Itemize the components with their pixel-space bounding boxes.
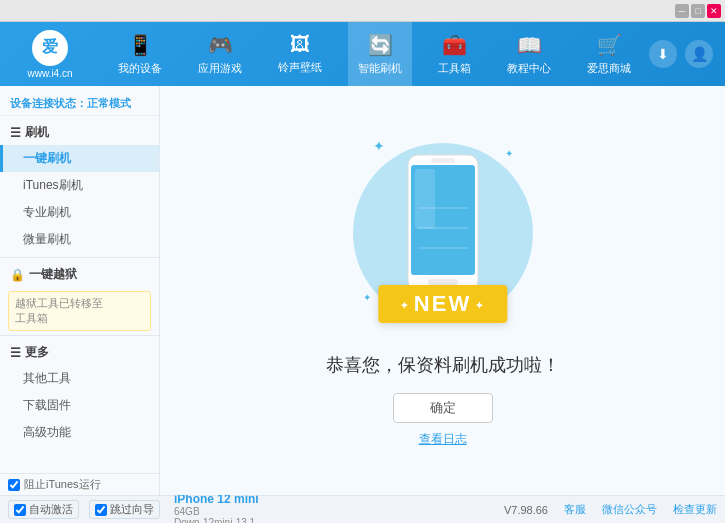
auto-activate-label: 自动激活 [29, 502, 73, 517]
nav-my-device[interactable]: 📱 我的设备 [108, 22, 172, 86]
sidebar-item-advanced[interactable]: 高级功能 [0, 419, 159, 446]
status-value: 正常模式 [87, 97, 131, 109]
phone-illustration: ✦ ✦ ✦ NEW [343, 133, 543, 333]
sidebar-item-one-click-flash[interactable]: 一键刷机 [0, 145, 159, 172]
apps-icon: 🎮 [208, 33, 233, 57]
nav-smart-flash-label: 智能刷机 [358, 61, 402, 76]
logo-icon: 爱 [32, 30, 68, 66]
maximize-button[interactable]: □ [691, 4, 705, 18]
new-badge: NEW [378, 285, 507, 323]
status-label: 设备连接状态： [10, 97, 87, 109]
skip-wizard-input[interactable] [95, 504, 107, 516]
nav-apps-label: 应用游戏 [198, 61, 242, 76]
tutorial-icon: 📖 [517, 33, 542, 57]
flash-section-title: ☰ 刷机 [0, 120, 159, 145]
nav-wallpaper[interactable]: 🖼 铃声壁纸 [268, 22, 332, 86]
sparkle-icon-2: ✦ [505, 148, 513, 159]
title-bar: ─ □ ✕ [0, 0, 725, 22]
auto-activate-checkbox[interactable]: 自动激活 [8, 500, 79, 519]
more-icon: ☰ [10, 346, 21, 360]
logo-letter: 爱 [42, 37, 58, 58]
update-link[interactable]: 检查更新 [673, 502, 717, 517]
sidebar-item-micro-flash[interactable]: 微量刷机 [0, 226, 159, 253]
nav-mall[interactable]: 🛒 爱思商城 [577, 22, 641, 86]
wallpaper-icon: 🖼 [290, 33, 310, 56]
toolbox-icon: 🧰 [442, 33, 467, 57]
service-link[interactable]: 客服 [564, 502, 586, 517]
nav-toolbox-label: 工具箱 [438, 61, 471, 76]
flash-section-icon: ☰ [10, 126, 21, 140]
svg-rect-4 [415, 169, 435, 229]
sidebar-divider-2 [0, 335, 159, 336]
sidebar: 设备连接状态：正常模式 ☰ 刷机 一键刷机 iTunes刷机 专业刷机 微量刷机… [0, 86, 160, 495]
itunes-bar: 阻止iTunes运行 [0, 473, 160, 495]
sidebar-item-itunes-flash[interactable]: iTunes刷机 [0, 172, 159, 199]
sparkle-icon-1: ✦ [373, 138, 385, 154]
device-model: Down-12mini-13,1 [174, 517, 259, 524]
content-area: ✦ ✦ ✦ NEW 恭喜您，保资料刷机成功啦！ [160, 86, 725, 495]
nav-tutorial-label: 教程中心 [507, 61, 551, 76]
svg-rect-3 [431, 158, 455, 163]
flash-icon: 🔄 [368, 33, 393, 57]
nav-mall-label: 爱思商城 [587, 61, 631, 76]
main-layout: 设备连接状态：正常模式 ☰ 刷机 一键刷机 iTunes刷机 专业刷机 微量刷机… [0, 86, 725, 495]
success-text: 恭喜您，保资料刷机成功啦！ [326, 353, 560, 377]
bottom-bar: 自动激活 跳过向导 iPhone 12 mini 64GB Down-12min… [0, 495, 725, 523]
logo-area: 爱 www.i4.cn [0, 30, 100, 79]
sparkle-icon-3: ✦ [363, 292, 371, 303]
nav-my-device-label: 我的设备 [118, 61, 162, 76]
itunes-checkbox[interactable] [8, 479, 20, 491]
status-bar-top: 设备连接状态：正常模式 [0, 90, 159, 116]
auto-activate-input[interactable] [14, 504, 26, 516]
log-link[interactable]: 查看日志 [419, 431, 467, 448]
skip-wizard-label: 跳过向导 [110, 502, 154, 517]
bottom-right: V7.98.66 客服 微信公众号 检查更新 [504, 502, 717, 517]
itunes-label: 阻止iTunes运行 [24, 477, 101, 492]
confirm-button[interactable]: 确定 [393, 393, 493, 423]
jailbreak-note-line1: 越狱工具已转移至 [15, 296, 144, 311]
nav-toolbox[interactable]: 🧰 工具箱 [428, 22, 481, 86]
sidebar-item-download-firmware[interactable]: 下载固件 [0, 392, 159, 419]
device-icon: 📱 [128, 33, 153, 57]
nav-wallpaper-label: 铃声壁纸 [278, 60, 322, 75]
skip-wizard-checkbox[interactable]: 跳过向导 [89, 500, 160, 519]
mall-icon: 🛒 [597, 33, 622, 57]
nav-tutorial[interactable]: 📖 教程中心 [497, 22, 561, 86]
nav-smart-flash[interactable]: 🔄 智能刷机 [348, 22, 412, 86]
device-capacity: 64GB [174, 506, 259, 517]
minimize-button[interactable]: ─ [675, 4, 689, 18]
version-label: V7.98.66 [504, 504, 548, 516]
jailbreak-section-title: 🔒 一键越狱 [0, 262, 159, 287]
sidebar-item-other-tools[interactable]: 其他工具 [0, 365, 159, 392]
bottom-left: 自动激活 跳过向导 iPhone 12 mini 64GB Down-12min… [8, 492, 496, 524]
nav-items: 📱 我的设备 🎮 应用游戏 🖼 铃声壁纸 🔄 智能刷机 🧰 工具箱 📖 教程中心… [100, 22, 649, 86]
jailbreak-note: 越狱工具已转移至 工具箱 [8, 291, 151, 331]
logo-site: www.i4.cn [27, 68, 72, 79]
user-button[interactable]: 👤 [685, 40, 713, 68]
phone-svg [403, 153, 483, 293]
lock-icon: 🔒 [10, 268, 25, 282]
nav-apps[interactable]: 🎮 应用游戏 [188, 22, 252, 86]
nav-right: ⬇ 👤 [649, 40, 725, 68]
top-nav: 爱 www.i4.cn 📱 我的设备 🎮 应用游戏 🖼 铃声壁纸 🔄 智能刷机 … [0, 22, 725, 86]
jailbreak-note-line2: 工具箱 [15, 311, 144, 326]
download-button[interactable]: ⬇ [649, 40, 677, 68]
sidebar-divider-1 [0, 257, 159, 258]
sidebar-item-pro-flash[interactable]: 专业刷机 [0, 199, 159, 226]
close-button[interactable]: ✕ [707, 4, 721, 18]
wechat-link[interactable]: 微信公众号 [602, 502, 657, 517]
more-section-title: ☰ 更多 [0, 340, 159, 365]
